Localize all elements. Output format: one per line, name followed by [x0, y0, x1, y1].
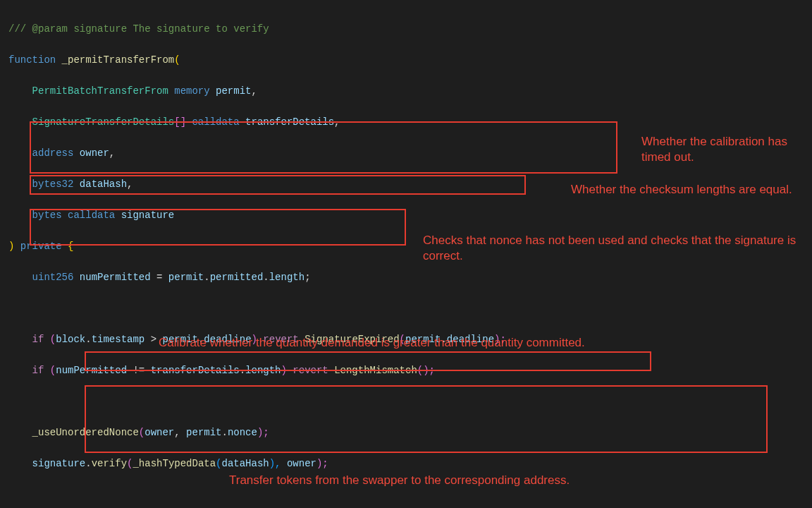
annotation-5: Transfer tokens from the swapper to the …: [229, 473, 687, 488]
annotation-3: Checks that nonce has not been used and …: [423, 233, 804, 264]
annotation-2: Whether the checksum lengths are equal.: [571, 182, 804, 198]
annotation-1: Whether the calibration has timed out.: [641, 134, 804, 165]
comment: /// @param signature The signature to ve…: [8, 23, 269, 35]
annotation-4: Calibrate whether the quantity demanded …: [159, 335, 694, 351]
